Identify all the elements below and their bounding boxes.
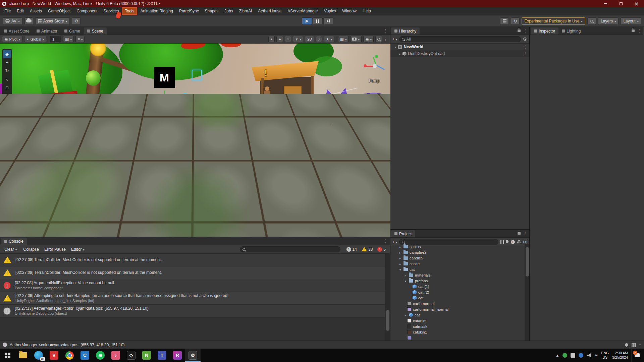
tab-inspector[interactable]: Inspector <box>531 27 558 35</box>
project-asset-catskin1[interactable]: catskin1 <box>390 329 529 335</box>
foldout-icon[interactable] <box>398 245 402 249</box>
multiplayer-mode-button[interactable] <box>500 17 509 25</box>
pause-button[interactable] <box>313 17 323 25</box>
scene-search-button[interactable] <box>375 36 382 42</box>
taskbar-code-editor[interactable]: C <box>77 349 93 362</box>
checkbox[interactable] <box>380 213 384 217</box>
undo-history-button[interactable]: ↻ <box>511 17 520 25</box>
project-folder-castle[interactable]: castle <box>390 261 529 266</box>
project-folder-prefabs[interactable]: prefabs <box>390 278 529 284</box>
orientation-gizmo[interactable] <box>363 54 387 78</box>
tray-chevron-up-icon[interactable]: ▲ <box>555 354 559 357</box>
search-button[interactable] <box>587 17 596 25</box>
project-asset-cat-prefab[interactable]: cat <box>390 295 529 301</box>
checkbox[interactable] <box>380 201 384 205</box>
row-menu-icon[interactable] <box>523 45 527 49</box>
taskbar-spotify[interactable]: ≋ <box>93 349 108 362</box>
grid-overlay-icon[interactable]: ▦ <box>10 228 19 235</box>
taskbar-teams[interactable]: T <box>154 349 170 362</box>
debug-draw-button[interactable]: ● <box>276 36 283 42</box>
menu-assets[interactable]: Assets <box>27 7 45 15</box>
target-overlay-icon[interactable]: ◉ <box>74 228 82 235</box>
rotate-tool[interactable]: ↻ <box>3 67 11 75</box>
foldout-icon[interactable] <box>398 267 402 272</box>
menu-tools[interactable]: Tools <box>122 7 137 15</box>
nav-option-show-carve-hull[interactable]: Show Carve Hull <box>318 230 386 236</box>
hierarchy-menu-icon[interactable] <box>523 28 527 33</box>
log-entry[interactable]: ! [02:27:08] ArgumentNullException: Valu… <box>0 279 390 292</box>
project-scrollbar[interactable] <box>525 244 529 341</box>
scale-tool[interactable]: ↔ <box>3 75 11 83</box>
menu-window[interactable]: Window <box>339 7 360 15</box>
ai-navigation-header[interactable]: AI Navigation <box>318 157 386 164</box>
layers-dropdown[interactable]: Layers <box>598 17 619 25</box>
project-asset-carfurnormal[interactable]: carfurnormal <box>390 301 529 306</box>
inspector-menu-icon[interactable] <box>637 28 641 33</box>
global-dropdown[interactable]: ◐Global <box>24 36 46 42</box>
create-dropdown[interactable] <box>392 37 397 42</box>
rect-overlay-icon[interactable]: ▣ <box>65 228 73 235</box>
close-button[interactable] <box>629 0 644 7</box>
projection-label[interactable]: Persp <box>369 78 379 83</box>
account-dropdown[interactable]: AV <box>3 17 22 25</box>
menu-edit[interactable]: Edit <box>14 7 27 15</box>
nav-section-agents[interactable]: Agents <box>318 188 386 194</box>
taskbar-file-explorer[interactable] <box>15 349 31 362</box>
lock-icon[interactable] <box>632 29 635 32</box>
project-folder-candle5[interactable]: candle5 <box>390 255 529 261</box>
camera-dropdown[interactable] <box>350 36 362 42</box>
foldout-icon[interactable] <box>404 273 407 277</box>
nav-option-show-navmesh[interactable]: Show NavMesh <box>318 176 386 182</box>
tab-animator[interactable]: Animator <box>33 27 61 35</box>
menu-parrelsync[interactable]: ParrelSync <box>176 7 202 15</box>
sphere-overlay-icon[interactable]: ◯ <box>29 228 37 235</box>
foldout-icon[interactable] <box>404 313 407 317</box>
taskbar-vivaldi[interactable]: V <box>46 349 62 362</box>
audio-toggle[interactable]: ♪ <box>316 36 322 42</box>
taskbar-unity-hub[interactable]: ◇ <box>123 349 139 362</box>
log-entry[interactable]: [02:27:08] TerrainCollider: MeshCollider… <box>0 266 390 279</box>
progress-icon[interactable]: ◌ <box>639 343 641 347</box>
tab-project[interactable]: Project <box>391 230 415 237</box>
scene-visibility-icon[interactable] <box>523 38 527 41</box>
hierarchy-item-dontdestroyonload[interactable]: DontDestroyOnLoad <box>390 50 529 57</box>
grid-snap-dropdown[interactable]: ▦ <box>63 36 74 42</box>
scene-viewport[interactable]: ! <box>0 44 390 237</box>
start-button[interactable] <box>0 349 15 362</box>
language-indicator[interactable]: ENG US <box>601 351 609 360</box>
tab-lighting[interactable]: Lighting <box>558 27 584 35</box>
tab-scene[interactable]: Scene <box>84 27 107 35</box>
checkbox[interactable] <box>380 171 384 175</box>
snap-settings-dropdown[interactable]: ≡ <box>75 36 85 42</box>
project-asset-cat-model[interactable]: cat <box>390 312 529 318</box>
menu-animation-rigging[interactable]: Animation Rigging <box>137 7 176 15</box>
menu-file[interactable]: File <box>1 7 14 15</box>
log-entry[interactable]: [02:27:08] TerrainCollider: MeshCollider… <box>0 254 390 266</box>
clear-button[interactable]: Clear <box>2 246 19 253</box>
project-folder-cat[interactable]: cat <box>390 266 529 272</box>
lighting-toggle[interactable]: ☀ <box>293 36 303 42</box>
nav-option-show-walls[interactable]: Show Walls <box>318 212 386 218</box>
rect-tool[interactable]: □ <box>3 83 11 92</box>
asset-store-button[interactable]: Asset Store <box>35 17 70 25</box>
menu-aservermanager[interactable]: AServerManager <box>284 7 321 15</box>
warning-count-toggle[interactable]: 33 <box>360 246 375 253</box>
notifications-bell-icon[interactable] <box>625 343 628 346</box>
taskbar-edge[interactable]: 32 <box>31 349 46 362</box>
checkbox[interactable] <box>380 183 384 187</box>
nav-option-show-only-selected[interactable]: Show Only Selected <box>318 170 386 176</box>
settings-button[interactable]: ⚙ <box>72 17 80 25</box>
project-menu-icon[interactable] <box>523 231 527 236</box>
foldout-icon[interactable] <box>399 51 401 56</box>
info-count-toggle[interactable]: !14 <box>344 246 359 253</box>
foldout-icon[interactable] <box>398 256 402 260</box>
checkbox-checked[interactable] <box>380 195 384 199</box>
console-search-input[interactable] <box>240 246 340 252</box>
hierarchy-search-input[interactable]: All <box>399 36 521 42</box>
menu-zibraai[interactable]: ZibraAI <box>236 7 255 15</box>
console-scrollbar[interactable] <box>385 254 390 341</box>
move-tool[interactable]: + <box>3 58 11 66</box>
nav-option-show-neighbours[interactable]: Show Neighbours <box>318 206 386 212</box>
menu-jobs[interactable]: Jobs <box>221 7 236 15</box>
nav-section-obstacles[interactable]: Obstacles <box>318 224 386 230</box>
